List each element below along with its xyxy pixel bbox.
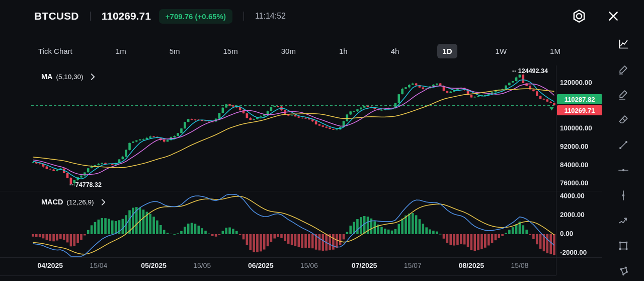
ma-indicator-legend[interactable]: MA (5,10,30) bbox=[41, 73, 95, 81]
tab-30m[interactable]: 30m bbox=[276, 44, 301, 58]
tool-pencil[interactable] bbox=[613, 59, 633, 80]
tool-rectangle[interactable] bbox=[613, 236, 633, 256]
vertical-line-icon bbox=[617, 189, 629, 201]
header-divider bbox=[90, 12, 91, 21]
tool-vertical-line[interactable] bbox=[613, 185, 633, 205]
horizontal-line-icon bbox=[617, 164, 629, 176]
tab-tick-chart[interactable]: Tick Chart bbox=[33, 44, 77, 58]
pencil-line-icon bbox=[617, 89, 629, 101]
clock: 11:14:52 bbox=[255, 12, 286, 21]
tab-1m[interactable]: 1M bbox=[545, 44, 566, 58]
tool-polygon[interactable] bbox=[613, 261, 633, 281]
macd-params: (12,26,9) bbox=[67, 198, 94, 206]
polygon-icon bbox=[617, 265, 629, 277]
header-divider bbox=[244, 12, 244, 21]
chevron-right-icon bbox=[101, 199, 106, 205]
high-price-annotation: -- 124492.34 bbox=[512, 67, 548, 75]
tool-wave-arrow[interactable] bbox=[613, 210, 633, 231]
settings-button[interactable] bbox=[571, 8, 588, 25]
close-icon bbox=[607, 10, 620, 23]
chart-header: BTCUSD 110269.71 +709.76 (+0.65%) 11:14:… bbox=[0, 0, 644, 32]
low-price-annotation: -- 74778.32 bbox=[69, 181, 102, 188]
tab-5m[interactable]: 5m bbox=[165, 44, 185, 58]
tool-horizontal-line[interactable] bbox=[613, 160, 633, 180]
tab-1m[interactable]: 1m bbox=[111, 44, 131, 58]
tool-trend-line[interactable] bbox=[613, 135, 633, 155]
tab-1w[interactable]: 1W bbox=[491, 44, 512, 58]
ma-label: MA bbox=[41, 73, 53, 81]
tab-15m[interactable]: 15m bbox=[218, 44, 243, 58]
settings-hex-icon bbox=[572, 9, 587, 24]
chevron-right-icon bbox=[91, 74, 95, 80]
tab-4h[interactable]: 4h bbox=[386, 44, 405, 58]
trend-line-icon bbox=[617, 139, 629, 151]
timeframe-tabs: Tick Chart1m5m15m30m1h4h1D1W1M bbox=[33, 42, 566, 59]
close-button[interactable] bbox=[605, 8, 622, 25]
ma-params: (5,10,30) bbox=[56, 73, 84, 81]
pencil-icon bbox=[617, 63, 629, 76]
macd-label: MACD bbox=[41, 198, 63, 206]
line-chart-icon bbox=[617, 38, 629, 50]
drawing-toolbar bbox=[602, 31, 644, 281]
mark-price-badge: 110287.82 bbox=[557, 94, 602, 104]
trading-chart-app: BTCUSD 110269.71 +709.76 (+0.65%) 11:14:… bbox=[0, 0, 644, 281]
symbol-label: BTCUSD bbox=[34, 10, 79, 22]
change-badge: +709.76 (+0.65%) bbox=[159, 9, 232, 24]
last-price-badge: 110269.71 bbox=[557, 105, 602, 115]
tool-line-chart[interactable] bbox=[613, 34, 633, 54]
last-price: 110269.71 bbox=[102, 10, 151, 22]
macd-indicator-legend[interactable]: MACD (12,26,9) bbox=[41, 198, 106, 206]
wave-arrow-icon bbox=[617, 215, 629, 227]
tool-pencil-line[interactable] bbox=[613, 85, 633, 105]
tab-1h[interactable]: 1h bbox=[334, 44, 353, 58]
tab-1d[interactable]: 1D bbox=[437, 44, 457, 58]
eraser-icon bbox=[617, 114, 629, 126]
rectangle-icon bbox=[617, 240, 629, 252]
tool-eraser[interactable] bbox=[613, 110, 633, 130]
